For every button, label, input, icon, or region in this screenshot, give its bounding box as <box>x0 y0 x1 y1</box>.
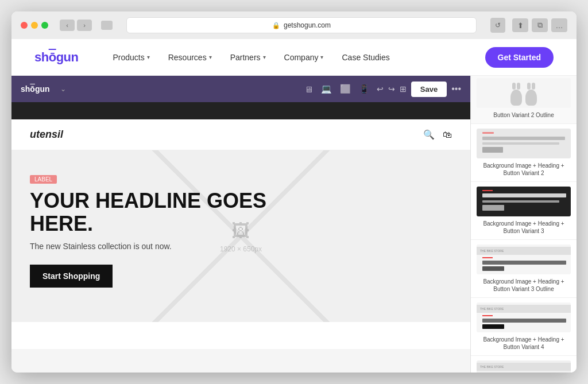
panel-thumbnail-v3-outline: THE BIKE STORE <box>477 245 571 274</box>
storefront-header: utensil 🔍 🛍 <box>11 119 470 150</box>
close-button[interactable] <box>21 22 28 29</box>
hero-headline: YOUR HEADLINE GOES HERE. <box>30 189 317 235</box>
undo-icon[interactable]: ↩ <box>377 84 384 94</box>
editor-caret-icon[interactable]: ⌄ <box>60 85 66 93</box>
site-logo: shōgun <box>34 50 78 65</box>
partners-chevron-icon: ▾ <box>263 54 266 60</box>
company-chevron-icon: ▾ <box>320 54 323 60</box>
nav-case-studies-label: Case Studies <box>342 53 389 62</box>
panel-item-label-v3-outline: Background Image + Heading +Button Varia… <box>477 278 571 293</box>
editor-main: shōgun ⌄ 🖥 💻 ⬜ 📱 ↩ ↪ ⊞ Save ••• <box>11 76 470 373</box>
panel-item-bg-img-v2[interactable]: Background Image + Heading +Button Varia… <box>471 124 577 182</box>
share-button[interactable]: ⬆ <box>512 18 528 32</box>
editor-area: shōgun ⌄ 🖥 💻 ⬜ 📱 ↩ ↪ ⊞ Save ••• <box>11 76 577 373</box>
editor-toolbar: shōgun ⌄ 🖥 💻 ⬜ 📱 ↩ ↪ ⊞ Save ••• <box>11 76 470 102</box>
hero-label-badge: LABEL <box>30 175 57 184</box>
search-icon[interactable]: 🔍 <box>423 129 435 140</box>
nav-products-label: Products <box>113 53 144 62</box>
maximize-button[interactable] <box>41 22 48 29</box>
lock-icon: 🔒 <box>272 22 280 29</box>
dark-bar <box>11 102 470 119</box>
url-text: getshogun.com <box>284 21 331 29</box>
nav-products[interactable]: Products ▾ <box>113 53 149 62</box>
panel-item-label-v3: Background Image + Heading +Button Varia… <box>477 220 571 235</box>
browser-nav-arrows: ‹ › <box>60 20 92 31</box>
redo-icon[interactable]: ↪ <box>388 84 395 94</box>
back-button[interactable]: ‹ <box>60 20 75 31</box>
sidebar-panel: Button Variant 2 Outline Background Imag… <box>470 76 577 373</box>
mobile-icon[interactable]: 📱 <box>359 84 370 94</box>
store-header-icons: 🔍 🛍 <box>423 129 452 140</box>
panel-thumbnail-v4-outline: THE BIKE STORE <box>477 360 571 373</box>
forward-button[interactable]: › <box>77 20 92 31</box>
grid-icon[interactable]: ⊞ <box>400 84 407 94</box>
rabbit-figure-1 <box>510 90 522 106</box>
browser-window: ‹ › 🔒 getshogun.com ↺ ⬆ ⧉ … shōgun Produ… <box>11 11 577 373</box>
nav-resources[interactable]: Resources ▾ <box>168 53 212 62</box>
site-nav-links: Products ▾ Resources ▾ Partners ▾ Compan… <box>113 53 485 62</box>
panel-item-bg-img-v3[interactable]: Background Image + Heading +Button Varia… <box>471 182 577 240</box>
tablet-icon[interactable]: ⬜ <box>340 84 351 94</box>
panel-item-label-v4: Background Image + Heading +Button Varia… <box>477 336 571 351</box>
nav-company[interactable]: Company ▾ <box>284 53 324 62</box>
site-nav: shōgun Products ▾ Resources ▾ Partners ▾… <box>11 39 577 76</box>
rabbit-figure-2 <box>525 90 537 106</box>
browser-content: shōgun Products ▾ Resources ▾ Partners ▾… <box>11 39 577 373</box>
url-bar[interactable]: 🔒 getshogun.com <box>126 17 477 33</box>
hero-section: 🖼 1920 × 650px LABEL YOUR HEADLINE GOES … <box>11 150 470 322</box>
panel-item-label-v2: Background Image + Heading +Button Varia… <box>477 162 571 177</box>
hero-subtext: The new Stainless collection is out now. <box>30 242 452 251</box>
toolbar-actions: ⬆ ⧉ … <box>512 18 567 32</box>
nav-partners-label: Partners <box>230 53 261 62</box>
get-started-button[interactable]: Get Started <box>485 47 554 68</box>
logo-o: ō <box>49 50 56 64</box>
nav-company-label: Company <box>284 53 319 62</box>
panel-item-bg-img-v4[interactable]: THE BIKE STORE Background Image + Headin… <box>471 298 577 356</box>
panel-thumbnail-v2 <box>477 129 571 158</box>
traffic-lights <box>21 22 48 29</box>
save-button[interactable]: Save <box>411 82 447 97</box>
reload-button[interactable]: ↺ <box>490 18 505 33</box>
panel-item-partial-top[interactable]: Button Variant 2 Outline <box>471 76 577 124</box>
nav-resources-label: Resources <box>168 53 207 62</box>
resources-chevron-icon: ▾ <box>209 54 212 60</box>
editor-canvas[interactable]: utensil 🔍 🛍 🖼 1920 × 650px <box>11 119 470 373</box>
laptop-icon[interactable]: 💻 <box>321 84 332 94</box>
desktop-icon[interactable]: 🖥 <box>304 84 313 94</box>
panel-item-bg-img-v3-outline[interactable]: THE BIKE STORE Background Image + Headin… <box>471 240 577 298</box>
more-options-icon[interactable]: ••• <box>451 84 461 94</box>
toolbar-right-actions: ↩ ↪ ⊞ Save ••• <box>377 82 461 97</box>
nav-case-studies[interactable]: Case Studies <box>342 53 389 62</box>
panel-thumbnail-rabbits <box>477 78 571 108</box>
browser-titlebar: ‹ › 🔒 getshogun.com ↺ ⬆ ⧉ … <box>11 11 577 39</box>
panel-thumbnail-v3 <box>477 187 571 216</box>
more-button[interactable]: … <box>551 18 567 32</box>
storefront: utensil 🔍 🛍 🖼 1920 × 650px <box>11 119 470 349</box>
nav-partners[interactable]: Partners ▾ <box>230 53 266 62</box>
cart-icon[interactable]: 🛍 <box>443 130 452 140</box>
sidebar-toggle-icon[interactable] <box>101 21 113 30</box>
panel-thumbnail-v4: THE BIKE STORE <box>477 302 571 332</box>
minimize-button[interactable] <box>31 22 38 29</box>
panel-item-bg-img-v4-outline[interactable]: THE BIKE STORE Background Image + Headin… <box>471 356 577 373</box>
device-icons: 🖥 💻 ⬜ 📱 <box>304 84 370 94</box>
store-logo: utensil <box>30 129 63 141</box>
editor-logo: shōgun <box>21 84 50 94</box>
duplicate-button[interactable]: ⧉ <box>532 18 548 32</box>
hero-cta-button[interactable]: Start Shopping <box>30 265 113 288</box>
panel-item-label-partial: Button Variant 2 Outline <box>477 111 571 119</box>
products-chevron-icon: ▾ <box>147 54 150 60</box>
